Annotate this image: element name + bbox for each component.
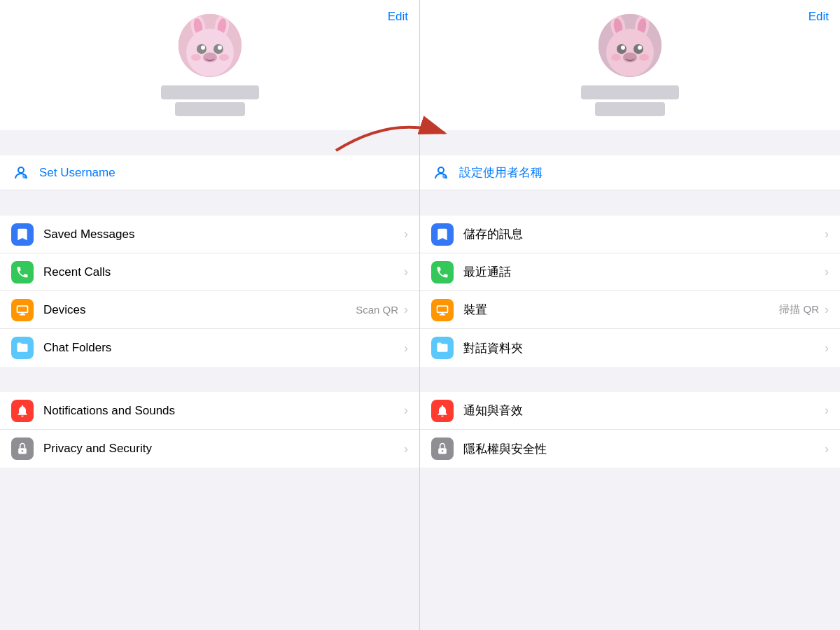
right-panel: Edit: [420, 0, 840, 630]
right-chat-folders-item[interactable]: 對話資料夾 ›: [420, 329, 840, 367]
right-divider-3: [420, 367, 840, 392]
left-notifications-chevron: ›: [404, 403, 408, 418]
right-notifications-accessory: ›: [822, 403, 829, 418]
left-edit-button[interactable]: Edit: [388, 10, 408, 24]
left-privacy-label: Privacy and Security: [43, 442, 401, 456]
svg-rect-19: [21, 313, 23, 314]
svg-text:@: @: [22, 174, 25, 178]
left-privacy-icon: [11, 438, 34, 460]
right-name-blur-2: [595, 102, 665, 116]
left-username-icon: @: [11, 163, 31, 183]
svg-text:@: @: [442, 174, 445, 178]
left-name-block: [161, 85, 259, 116]
right-privacy-accessory: ›: [822, 442, 829, 456]
svg-rect-41: [441, 313, 443, 314]
left-avatar: [178, 14, 241, 77]
right-recent-calls-item[interactable]: 最近通話 ›: [420, 253, 840, 291]
left-privacy-chevron: ›: [404, 442, 408, 456]
left-notifications-label: Notifications and Sounds: [43, 404, 401, 418]
right-divider-1: [420, 130, 840, 155]
right-chat-folders-chevron: ›: [825, 341, 829, 356]
left-devices-item[interactable]: Devices Scan QR ›: [0, 291, 419, 329]
right-privacy-item[interactable]: 隱私權與安全性 ›: [420, 430, 840, 468]
left-chat-folders-accessory: ›: [401, 341, 408, 356]
svg-point-43: [442, 450, 444, 452]
left-saved-messages-icon: [11, 223, 34, 246]
right-chat-folders-label: 對話資料夾: [463, 340, 822, 356]
right-profile-section: Edit: [420, 0, 840, 130]
right-recent-calls-label: 最近通話: [463, 264, 822, 280]
svg-point-33: [611, 54, 621, 61]
right-privacy-icon: [431, 438, 454, 460]
left-saved-messages-label: Saved Messages: [43, 227, 401, 241]
left-username-row[interactable]: @ Set Username: [0, 155, 419, 190]
right-notifications-chevron: ›: [825, 403, 829, 418]
left-chat-folders-label: Chat Folders: [43, 341, 401, 355]
right-menu-group-1: 儲存的訊息 › 最近通話 › 裝置 掃描: [420, 216, 840, 367]
svg-point-30: [621, 46, 625, 50]
svg-point-8: [201, 46, 205, 50]
left-devices-label: Devices: [43, 303, 356, 317]
svg-point-31: [638, 46, 642, 50]
svg-rect-40: [440, 314, 445, 315]
right-name-block: [581, 85, 679, 116]
right-notifications-item[interactable]: 通知與音效 ›: [420, 392, 840, 430]
right-devices-item[interactable]: 裝置 掃描 QR ›: [420, 291, 840, 329]
left-menu-group-1: Saved Messages › Recent Calls ›: [0, 216, 419, 367]
right-username-row[interactable]: @ 設定使用者名稱: [420, 155, 840, 190]
svg-rect-39: [438, 307, 447, 312]
svg-rect-18: [20, 314, 25, 315]
svg-point-34: [639, 54, 649, 61]
left-notifications-item[interactable]: Notifications and Sounds ›: [0, 392, 419, 430]
svg-point-21: [22, 450, 24, 452]
left-recent-calls-accessory: ›: [401, 265, 408, 279]
right-privacy-chevron: ›: [825, 442, 829, 456]
left-saved-messages-item[interactable]: Saved Messages ›: [0, 216, 419, 253]
left-panel: Edit: [0, 0, 420, 630]
right-saved-messages-icon: [431, 223, 454, 246]
left-divider-3: [0, 367, 419, 392]
left-chat-folders-item[interactable]: Chat Folders ›: [0, 329, 419, 367]
left-chat-folders-icon: [11, 337, 34, 359]
left-name-blur-1: [161, 85, 259, 99]
right-notifications-icon: [431, 400, 454, 422]
right-edit-button[interactable]: Edit: [808, 10, 829, 24]
left-chat-folders-chevron: ›: [404, 341, 408, 356]
right-saved-messages-accessory: ›: [822, 227, 829, 241]
left-saved-messages-accessory: ›: [401, 227, 408, 241]
left-notifications-accessory: ›: [401, 403, 408, 418]
right-devices-scan-label: 掃描 QR: [779, 303, 819, 316]
right-devices-chevron: ›: [825, 302, 829, 317]
left-name-blur-2: [175, 102, 245, 116]
left-privacy-item[interactable]: Privacy and Security ›: [0, 430, 419, 468]
right-privacy-label: 隱私權與安全性: [463, 441, 822, 457]
left-devices-chevron: ›: [404, 302, 408, 317]
left-menu-group-2: Notifications and Sounds › Privacy and S…: [0, 392, 419, 468]
right-name-blur-1: [581, 85, 679, 99]
right-devices-icon: [431, 299, 454, 321]
right-saved-messages-item[interactable]: 儲存的訊息 ›: [420, 216, 840, 253]
left-username-label: Set Username: [39, 166, 408, 180]
right-divider-2: [420, 190, 840, 216]
right-recent-calls-accessory: ›: [822, 265, 829, 279]
left-recent-calls-chevron: ›: [404, 265, 408, 279]
right-menu-group-2: 通知與音效 › 隱私權與安全性 ›: [420, 392, 840, 468]
left-recent-calls-item[interactable]: Recent Calls ›: [0, 253, 419, 291]
svg-point-13: [18, 167, 24, 173]
left-devices-icon: [11, 299, 34, 321]
main-container: Edit: [0, 0, 840, 630]
left-recent-calls-icon: [11, 261, 34, 284]
left-profile-section: Edit: [0, 0, 419, 130]
left-divider-2: [0, 190, 419, 216]
right-saved-messages-label: 儲存的訊息: [463, 226, 822, 242]
right-recent-calls-chevron: ›: [825, 265, 829, 279]
right-chat-folders-accessory: ›: [822, 341, 829, 356]
left-recent-calls-label: Recent Calls: [43, 265, 401, 279]
right-notifications-label: 通知與音效: [463, 402, 822, 419]
svg-point-11: [191, 54, 201, 61]
left-notifications-icon: [11, 400, 34, 422]
right-avatar: [598, 14, 662, 77]
left-saved-messages-chevron: ›: [404, 227, 408, 241]
left-devices-scan-label: Scan QR: [356, 304, 398, 316]
right-chat-folders-icon: [431, 337, 454, 359]
